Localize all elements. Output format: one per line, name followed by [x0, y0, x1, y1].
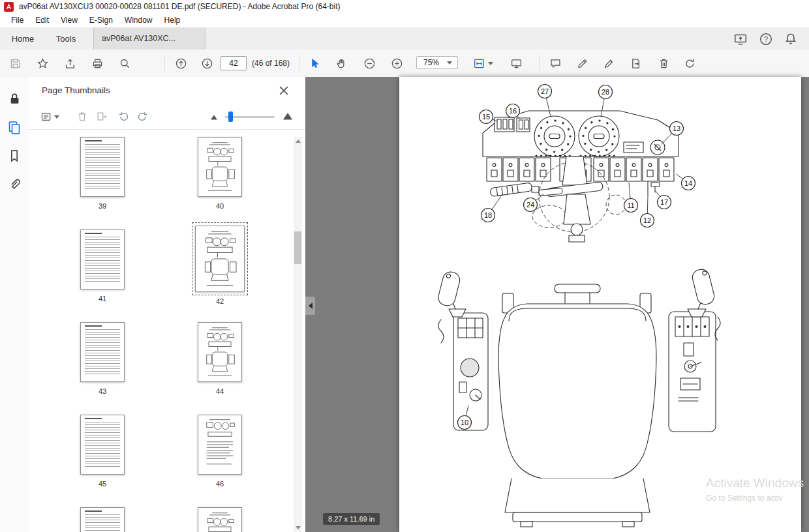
- fit-width-icon: [473, 57, 485, 70]
- bookmarks-nav-button[interactable]: [7, 149, 22, 163]
- window-title: avP06at AV130XCU3 00020-00028 081101 DE.…: [19, 2, 341, 11]
- diagram-thumbnail-art: [198, 508, 241, 532]
- zoom-in-thumbnails-icon[interactable]: [282, 110, 294, 122]
- rotate-right-icon: [136, 111, 148, 123]
- main-area: Page Thumbnails: [0, 77, 809, 532]
- diagram-thumbnail-art: [198, 138, 241, 196]
- tab-home[interactable]: Home: [0, 27, 46, 50]
- hand-tool-button[interactable]: [333, 55, 350, 72]
- bookmark-icon: [7, 149, 22, 163]
- help-button[interactable]: ?: [759, 32, 773, 46]
- hand-icon: [335, 57, 348, 70]
- diagram-thumbnail-art: [196, 226, 244, 291]
- page-number-input[interactable]: 42: [221, 56, 247, 70]
- diagram-thumbnail-art: [198, 323, 241, 381]
- chevron-down-icon: [447, 61, 452, 65]
- callout-11: 11: [627, 201, 634, 209]
- star-button[interactable]: [34, 55, 51, 72]
- thumbnail-label: 39: [80, 202, 125, 210]
- scroll-down-arrow[interactable]: [294, 524, 302, 532]
- attachments-nav-button[interactable]: [7, 177, 22, 192]
- page-thumbnails-nav-button[interactable]: [7, 120, 22, 134]
- tab-document[interactable]: avP06at AV130XC...: [93, 27, 206, 50]
- panel-collapse-handle[interactable]: [305, 297, 315, 315]
- search-icon: [119, 57, 131, 70]
- next-page-button[interactable]: [198, 55, 215, 72]
- star-icon: [37, 57, 49, 70]
- callout-18: 18: [484, 211, 492, 219]
- zoom-out-button[interactable]: [361, 55, 378, 72]
- thumbnail-page-40[interactable]: 40: [198, 137, 242, 210]
- thumbnail-page-48[interactable]: [198, 507, 242, 532]
- scrollbar-thumb[interactable]: [294, 231, 301, 264]
- callout-17: 17: [660, 198, 668, 206]
- menu-window[interactable]: Window: [119, 16, 159, 25]
- highlight-button[interactable]: [574, 55, 591, 72]
- select-cursor-icon: [309, 57, 321, 70]
- thumbnail-label: 45: [80, 480, 125, 488]
- thumbnails-toolbar: [29, 104, 305, 130]
- thumbnails-panel-header: Page Thumbnails: [29, 77, 305, 104]
- thumbnail-label: 41: [80, 295, 125, 303]
- gauge-right: [579, 116, 619, 156]
- left-console: [453, 313, 488, 430]
- rotate-right-button[interactable]: [134, 109, 150, 125]
- thumbnails-scrollbar[interactable]: [294, 137, 302, 532]
- zoom-in-button[interactable]: [388, 55, 405, 72]
- export-button[interactable]: [628, 55, 645, 72]
- menu-help[interactable]: Help: [159, 16, 187, 25]
- extract-pages-button[interactable]: [94, 109, 110, 125]
- delete-button[interactable]: [655, 55, 672, 72]
- thumbnail-page-41[interactable]: 41: [80, 229, 125, 303]
- thumbnail-size-slider-thumb[interactable]: [228, 111, 233, 122]
- menu-file[interactable]: File: [5, 16, 29, 25]
- panel-close-button[interactable]: [278, 85, 290, 96]
- sign-button[interactable]: [600, 55, 617, 72]
- zoom-level-select[interactable]: 75%: [416, 56, 458, 69]
- reading-mode-button[interactable]: [508, 55, 525, 72]
- share-button[interactable]: [61, 55, 78, 72]
- page-diagram: 15 16 27 28 13 14 17: [399, 77, 801, 532]
- main-toolbar: 42 (46 of 168) 75%: [0, 50, 809, 78]
- thumbnail-page-45[interactable]: 45: [80, 415, 125, 488]
- monitor-icon: [510, 57, 523, 70]
- tab-tools[interactable]: Tools: [46, 27, 86, 50]
- delete-pages-button[interactable]: [74, 109, 90, 125]
- thumbnail-page-46[interactable]: 46: [198, 415, 242, 488]
- page-size-indicator: 8.27 x 11.69 in: [323, 513, 380, 525]
- notifications-button[interactable]: [784, 32, 798, 46]
- previous-page-button[interactable]: [172, 55, 189, 72]
- comment-button[interactable]: [547, 55, 564, 72]
- menu-esign[interactable]: E-Sign: [84, 16, 119, 25]
- search-button[interactable]: [116, 55, 133, 72]
- chevron-down-icon: [488, 62, 493, 65]
- fountain-pen-icon: [603, 57, 615, 70]
- scroll-up-arrow[interactable]: [294, 137, 302, 145]
- drive-lever: [490, 183, 562, 197]
- rotate-left-button[interactable]: [116, 109, 132, 125]
- select-tool-button[interactable]: [306, 55, 323, 72]
- zoom-out-thumbnails-icon[interactable]: [209, 112, 219, 121]
- thumbnail-page-47[interactable]: [80, 507, 125, 532]
- extract-pages-icon: [96, 111, 108, 123]
- save-button[interactable]: [7, 55, 23, 72]
- redo-button[interactable]: [681, 55, 698, 72]
- thumbnail-page-42-selected[interactable]: 42: [195, 226, 245, 305]
- menu-view[interactable]: View: [55, 16, 84, 25]
- toolbar-separator: [164, 55, 165, 71]
- highlighter-icon: [577, 57, 589, 70]
- share-icon: [64, 57, 76, 70]
- menu-edit[interactable]: Edit: [29, 16, 55, 25]
- thumbnail-label: 44: [198, 387, 242, 395]
- thumbnail-page-39[interactable]: 39: [80, 137, 125, 210]
- share-screen-button[interactable]: [733, 32, 748, 46]
- security-lock-button[interactable]: [7, 91, 22, 106]
- pdf-page[interactable]: 15 16 27 28 13 14 17: [399, 77, 801, 532]
- fit-width-button[interactable]: [470, 55, 496, 72]
- minus-circle-icon: [363, 57, 376, 70]
- thumbnail-page-43[interactable]: 43: [80, 322, 125, 395]
- thumbnail-page-44[interactable]: 44: [198, 322, 242, 395]
- bell-icon: [784, 32, 798, 46]
- thumbnails-options-button[interactable]: [38, 109, 61, 125]
- print-button[interactable]: [89, 55, 106, 72]
